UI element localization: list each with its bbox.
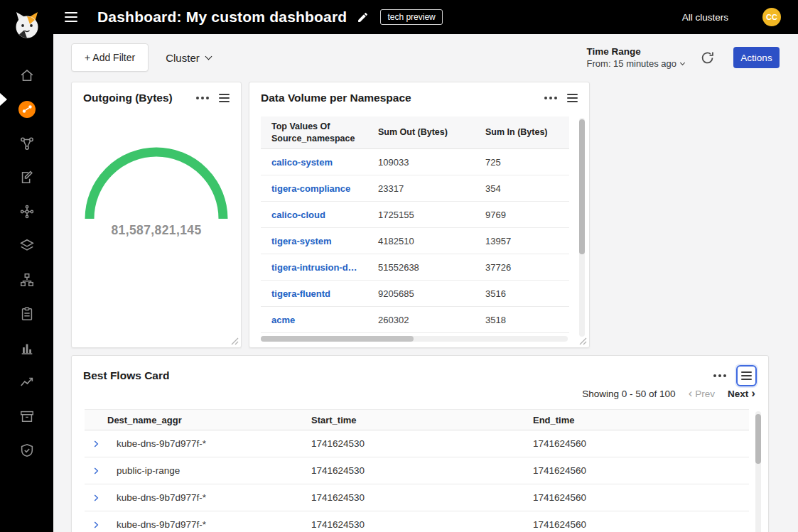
time-range-value: From: 15 minutes ago <box>587 58 676 69</box>
gauge-value: 81,587,821,145 <box>72 223 241 238</box>
actions-button[interactable]: Actions <box>733 47 780 68</box>
sidebar-item-tiers[interactable] <box>0 229 53 263</box>
sum-in-value: 9769 <box>475 210 569 220</box>
trend-line-icon <box>19 374 35 390</box>
scrollbar-thumb[interactable] <box>579 119 585 254</box>
sidebar-item-security[interactable] <box>0 433 53 467</box>
table-row: calico-cloud 1725155 9769 <box>261 202 569 228</box>
expand-row-chevron-icon[interactable] <box>85 466 107 476</box>
column-header: Start_time <box>311 415 533 425</box>
expand-row-chevron-icon[interactable] <box>85 520 107 530</box>
sum-in-value: 354 <box>475 183 569 194</box>
drag-handle-icon[interactable] <box>219 92 230 104</box>
sidebar-item-storage[interactable] <box>0 399 53 433</box>
app-window: Dashboard: My custom dashboard tech prev… <box>0 0 798 532</box>
menu-icon[interactable] <box>65 10 83 24</box>
reports-icon <box>19 306 35 322</box>
namespace-link[interactable]: calico-cloud <box>261 210 367 220</box>
prev-page-button[interactable]: ‹ Prev <box>689 389 715 399</box>
vertical-scrollbar[interactable] <box>755 411 761 532</box>
sidebar-item-metrics[interactable] <box>0 331 53 365</box>
namespace-link[interactable]: tigera-intrusion-d… <box>261 262 367 273</box>
dest-name: public-ip-range <box>107 465 311 476</box>
edit-dashboard-icon[interactable] <box>357 11 369 23</box>
data-volume-card: Data Volume per Namespace Top Values Of … <box>249 82 590 348</box>
drag-handle-focus-ring <box>736 365 757 386</box>
namespace-link[interactable]: tigera-compliance <box>261 183 367 194</box>
horizontal-scrollbar[interactable] <box>261 336 568 342</box>
gauge-chart <box>80 143 233 229</box>
resize-handle[interactable] <box>231 337 239 345</box>
card-title: Outgoing (Bytes) <box>83 92 196 104</box>
namespace-link[interactable]: tigera-system <box>261 236 367 246</box>
sidebar-item-reports[interactable] <box>0 297 53 331</box>
time-range-label: Time Range <box>587 46 684 57</box>
filter-bar: + Add Filter Cluster Time Range From: 15… <box>53 34 798 81</box>
all-clusters-selector[interactable]: All clusters <box>682 12 728 23</box>
next-page-button[interactable]: Next › <box>728 389 755 399</box>
start-time: 1741624530 <box>311 438 533 449</box>
calico-logo[interactable] <box>11 10 43 41</box>
add-filter-button[interactable]: + Add Filter <box>71 43 149 72</box>
namespace-link[interactable]: acme <box>261 315 367 325</box>
user-avatar[interactable]: CC <box>762 8 781 26</box>
bar-chart-icon <box>19 340 35 356</box>
cluster-dropdown[interactable]: Cluster <box>166 52 211 64</box>
topbar: Dashboard: My custom dashboard tech prev… <box>53 0 798 34</box>
table-row: tigera-intrusion-d… 51552638 37726 <box>261 254 569 281</box>
table-row: public-ip-range 1741624530 1741624560 <box>85 457 749 484</box>
time-range-control[interactable]: Time Range From: 15 minutes ago <box>587 46 684 69</box>
sum-in-value: 725 <box>475 157 569 168</box>
namespace-link[interactable]: calico-system <box>261 157 367 168</box>
calico-cat-icon <box>11 10 43 41</box>
tiers-icon <box>19 238 35 254</box>
sidebar-item-clusters[interactable] <box>0 263 53 297</box>
scrollbar-thumb[interactable] <box>755 414 761 464</box>
expand-row-chevron-icon[interactable] <box>85 439 107 449</box>
refresh-icon[interactable] <box>700 50 715 65</box>
chevron-down-icon <box>205 53 212 60</box>
resize-handle[interactable] <box>579 337 587 345</box>
card-menu-icon[interactable] <box>713 374 726 377</box>
card-menu-icon[interactable] <box>196 97 209 99</box>
sidebar-item-service-graph[interactable] <box>0 92 53 126</box>
network-nodes-icon <box>19 136 35 151</box>
sidebar-item-network-nodes[interactable] <box>0 126 53 161</box>
sidebar-icons <box>0 58 53 467</box>
sum-out-value: 23317 <box>367 183 475 194</box>
table-row: kube-dns-9b7d977f-* 1741624530 174162456… <box>85 484 749 511</box>
sum-out-value: 1725155 <box>367 210 475 220</box>
sidebar-item-policies[interactable] <box>0 161 53 195</box>
table-row: calico-system 109033 725 <box>261 149 569 175</box>
drag-handle-icon[interactable] <box>741 371 752 380</box>
home-icon <box>19 67 35 83</box>
pagination: Showing 0 - 50 of 100 ‹ Prev Next › <box>72 389 755 399</box>
page-title: Dashboard: My custom dashboard <box>97 9 347 26</box>
storage-box-icon <box>19 408 35 424</box>
expand-row-chevron-icon[interactable] <box>85 493 107 503</box>
dest-name: kube-dns-9b7d977f-* <box>107 492 311 503</box>
best-flows-card: Best Flows Card Showing 0 - 50 of 100 ‹ … <box>71 355 769 532</box>
sum-out-value: 4182510 <box>367 236 475 246</box>
sidebar-item-endpoints[interactable] <box>0 195 53 229</box>
start-time: 1741624530 <box>311 465 533 476</box>
showing-count: Showing 0 - 50 of 100 <box>582 389 675 399</box>
vertical-scrollbar[interactable] <box>579 118 585 337</box>
clusters-icon <box>19 272 35 288</box>
sidebar-item-home[interactable] <box>0 58 53 92</box>
namespace-link[interactable]: tigera-fluentd <box>261 288 367 299</box>
column-header: Sum Out (Bytes) <box>367 122 475 142</box>
column-header: Top Values Of Source_namespace <box>261 116 367 148</box>
table-row: acme 260302 3518 <box>261 307 569 333</box>
sidebar-item-activity[interactable] <box>0 365 53 399</box>
card-title: Best Flows Card <box>83 369 713 382</box>
namespace-table: Top Values Of Source_namespace Sum Out (… <box>261 116 569 333</box>
dashboard-content: + Add Filter Cluster Time Range From: 15… <box>53 34 798 532</box>
dest-name: kube-dns-9b7d977f-* <box>107 438 311 449</box>
card-menu-icon[interactable] <box>544 97 557 99</box>
scrollbar-thumb[interactable] <box>261 336 414 342</box>
drag-handle-icon[interactable] <box>567 92 578 104</box>
table-row: kube-dns-9b7d977f-* 1741624530 174162456… <box>85 511 749 532</box>
table-row: kube-dns-9b7d977f-* 1741624530 174162456… <box>85 430 749 457</box>
sum-in-value: 3516 <box>475 288 569 299</box>
